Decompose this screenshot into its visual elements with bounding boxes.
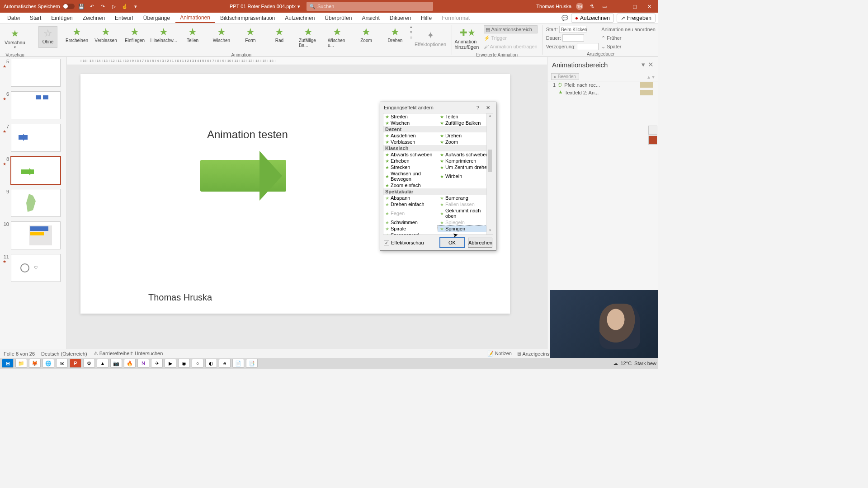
list-scrollbar[interactable]: ▴▾ bbox=[486, 113, 493, 235]
eff-ausdehnen[interactable]: ★Ausdehnen bbox=[383, 132, 438, 139]
duration-spinner[interactable] bbox=[562, 34, 584, 42]
animation-painter-button[interactable]: 🖌 Animation übertragen bbox=[484, 42, 538, 51]
tb-app4[interactable]: ▶ bbox=[165, 359, 176, 368]
thumb-9[interactable] bbox=[11, 189, 61, 217]
eff-wachsen[interactable]: ★Wachsen und Bewegen bbox=[383, 170, 438, 182]
comments-icon[interactable]: 💬 bbox=[561, 15, 568, 21]
tb-obs[interactable]: ◉ bbox=[178, 359, 190, 368]
tb-telegram[interactable]: ✈ bbox=[151, 359, 163, 368]
anim-einfliegen[interactable]: ★Einfliegen bbox=[125, 26, 144, 48]
eff-bumerang[interactable]: ★Bumerang bbox=[438, 195, 493, 201]
notes-toggle[interactable]: 📝 Notizen bbox=[487, 351, 512, 357]
tab-uebergaenge[interactable]: Übergänge bbox=[139, 14, 175, 23]
pane-close-icon[interactable]: ✕ bbox=[648, 61, 654, 69]
anim-form[interactable]: ★Form bbox=[241, 26, 260, 48]
tb-firefox[interactable]: 🦊 bbox=[29, 359, 41, 368]
ok-button[interactable]: OK bbox=[440, 238, 464, 248]
eff-wirbeln[interactable]: ★Wirbeln bbox=[438, 170, 493, 182]
anim-verblassen[interactable]: ★Verblassen bbox=[96, 26, 115, 48]
autosave-toggle[interactable] bbox=[63, 4, 75, 9]
slide-title[interactable]: Animation testen bbox=[207, 128, 288, 141]
coming-soon-icon[interactable]: ⚗ bbox=[588, 2, 596, 10]
thumb-8[interactable] bbox=[11, 156, 61, 184]
tb-app5[interactable]: ○ bbox=[192, 359, 203, 368]
tab-animationen[interactable]: Animationen bbox=[175, 13, 215, 23]
sidebtn-2[interactable] bbox=[648, 136, 657, 145]
cancel-button[interactable]: Abbrechen bbox=[468, 238, 492, 248]
delay-spinner[interactable] bbox=[577, 43, 599, 50]
anim-teilen[interactable]: ★Teilen bbox=[183, 26, 202, 48]
eff-fegen[interactable]: ★Fegen bbox=[383, 207, 438, 219]
tb-vlc[interactable]: ▲ bbox=[97, 359, 108, 368]
touch-icon[interactable]: ☝ bbox=[121, 2, 129, 10]
eff-verblassen[interactable]: ★Verblassen bbox=[383, 139, 438, 145]
accessibility[interactable]: ⚠ Barrierefreiheit: Untersuchen bbox=[94, 351, 163, 357]
eff-teilen[interactable]: ★Teilen bbox=[438, 113, 493, 120]
move-down-icon[interactable]: ▾ bbox=[652, 74, 655, 80]
system-tray[interactable]: ☁12°CStark bew bbox=[613, 361, 657, 366]
tab-einfuegen[interactable]: Einfügen bbox=[47, 14, 77, 23]
arrow-shape[interactable] bbox=[200, 160, 286, 192]
tb-edge[interactable]: e bbox=[219, 359, 231, 368]
minimize-icon[interactable]: — bbox=[613, 0, 627, 13]
redo-icon[interactable]: ↷ bbox=[99, 2, 107, 10]
add-animation-button[interactable]: ✚★Animation hinzufügen bbox=[455, 24, 481, 52]
eff-schwimmen[interactable]: ★Schwimmen bbox=[383, 219, 438, 225]
anim-zufaellige[interactable]: ★Zufällige Ba... bbox=[299, 26, 318, 48]
tab-entwurf[interactable]: Entwurf bbox=[110, 14, 138, 23]
eff-aufwaerts[interactable]: ★Aufwärts schweben bbox=[438, 151, 493, 158]
maximize-icon[interactable]: ▢ bbox=[627, 0, 642, 13]
ribbon-display-icon[interactable]: ▭ bbox=[600, 2, 609, 10]
tb-chrome[interactable]: 🌐 bbox=[42, 359, 54, 368]
eff-wischen[interactable]: ★Wischen bbox=[383, 120, 438, 126]
anim-erscheinen[interactable]: ★Erscheinen bbox=[67, 26, 86, 48]
undo-icon[interactable]: ↶ bbox=[88, 2, 96, 10]
search-input[interactable]: 🔍 Suchen bbox=[307, 2, 433, 11]
play-button[interactable]: ▸ Beenden bbox=[551, 73, 579, 80]
anim-wischen-u[interactable]: ★Wischen u... bbox=[328, 26, 347, 48]
effect-options-button[interactable]: ✦Effektoptionen bbox=[417, 24, 443, 52]
tb-onenote[interactable]: N bbox=[137, 359, 149, 368]
eff-spirale[interactable]: ★Spirale bbox=[383, 225, 438, 232]
tb-app7[interactable]: 📄 bbox=[232, 359, 244, 368]
preview-checkbox-label[interactable]: Effektvorschau bbox=[391, 240, 436, 245]
preview-button[interactable]: ★Vorschau▾ bbox=[2, 24, 28, 52]
tab-start[interactable]: Start bbox=[25, 14, 46, 23]
pane-options-icon[interactable]: ▾ bbox=[642, 61, 645, 69]
tab-diktieren[interactable]: Diktieren bbox=[385, 14, 415, 23]
tb-app6[interactable]: ◐ bbox=[205, 359, 217, 368]
start-combo[interactable]: Beim Klicken bbox=[559, 26, 586, 33]
eff-um-zentrum[interactable]: ★Um Zentrum drehen bbox=[438, 164, 493, 170]
tb-app1[interactable]: ⚙ bbox=[83, 359, 95, 368]
preview-checkbox[interactable]: ✓ bbox=[384, 240, 389, 245]
qat-more-icon[interactable]: ▾ bbox=[132, 2, 140, 10]
move-later[interactable]: ⌄ Später bbox=[601, 42, 656, 51]
tab-formformat[interactable]: Formformat bbox=[437, 14, 474, 23]
thumb-5[interactable] bbox=[11, 59, 61, 87]
close-icon[interactable]: ✕ bbox=[642, 0, 656, 13]
eff-streifen[interactable]: ★Streifen bbox=[383, 113, 438, 120]
thumb-11[interactable]: ♡ bbox=[11, 254, 61, 282]
tb-app8[interactable]: 📑 bbox=[246, 359, 258, 368]
trigger-button[interactable]: ⚡ Trigger bbox=[484, 34, 538, 42]
eff-erheben[interactable]: ★Erheben bbox=[383, 158, 438, 164]
tab-zeichnen[interactable]: Zeichnen bbox=[78, 14, 109, 23]
eff-strecken[interactable]: ★Strecken bbox=[383, 164, 438, 170]
animation-pane-button[interactable]: ▤ Animationsbereich bbox=[484, 25, 538, 33]
user-avatar[interactable]: TH bbox=[576, 3, 583, 10]
save-icon[interactable]: 💾 bbox=[77, 2, 85, 10]
help-icon[interactable]: ? bbox=[473, 105, 482, 111]
eff-abspann[interactable]: ★Abspann bbox=[383, 195, 438, 201]
eff-springen[interactable]: ★Springen bbox=[438, 225, 493, 232]
eff-zoom[interactable]: ★Zoom bbox=[438, 139, 493, 145]
from-beginning-icon[interactable]: ▷ bbox=[110, 2, 118, 10]
eff-gekruemmt[interactable]: ★Gekrümmt nach oben bbox=[438, 207, 493, 219]
tab-datei[interactable]: Datei bbox=[3, 14, 24, 23]
filename[interactable]: PPT 01 Roter Faden 004.pptx ▾ bbox=[230, 4, 300, 9]
eff-sprossenrad[interactable]: ★Sprossenrad bbox=[383, 232, 438, 235]
tab-ueberpruefen[interactable]: Überprüfen bbox=[320, 14, 356, 23]
start-button[interactable]: ⊞ bbox=[2, 359, 14, 368]
eff-zoom-einfach[interactable]: ★Zoom einfach bbox=[383, 182, 438, 188]
tb-app3[interactable]: 🔥 bbox=[124, 359, 136, 368]
tab-hilfe[interactable]: Hilfe bbox=[416, 14, 436, 23]
